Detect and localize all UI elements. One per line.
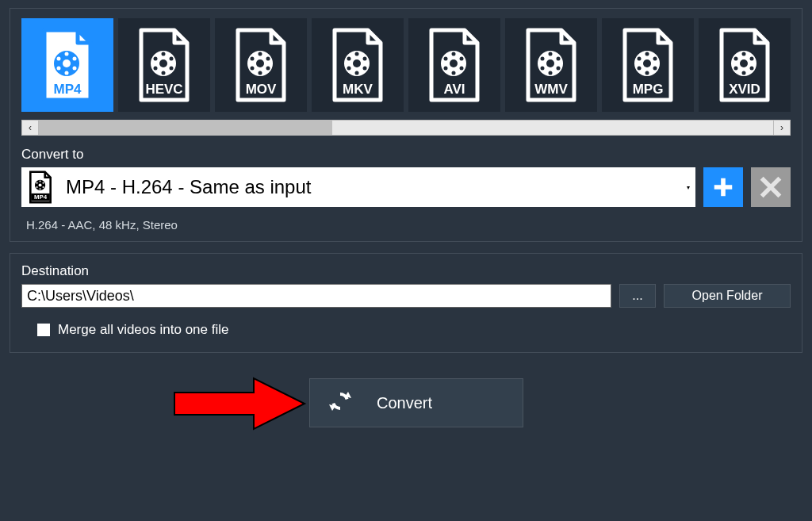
svg-point-38 — [452, 52, 456, 56]
format-tile-mov[interactable]: MOV — [215, 18, 307, 112]
svg-point-25 — [251, 57, 255, 61]
formats-row: MP4 HEVC MOV MKV AVI WMV — [21, 18, 791, 112]
add-preset-button[interactable] — [703, 167, 743, 207]
svg-point-55 — [643, 59, 651, 67]
svg-point-11 — [162, 52, 166, 56]
browse-button[interactable]: ... — [619, 284, 656, 308]
svg-point-10 — [159, 59, 167, 67]
svg-point-19 — [256, 59, 264, 67]
svg-point-12 — [170, 57, 174, 61]
svg-point-42 — [444, 67, 448, 71]
scroll-left-button[interactable]: ‹ — [21, 120, 39, 136]
svg-point-67 — [750, 67, 754, 71]
svg-point-23 — [259, 71, 262, 75]
destination-label: Destination — [21, 263, 791, 279]
svg-point-7 — [57, 57, 61, 61]
svg-point-78 — [36, 186, 38, 188]
svg-point-51 — [541, 67, 545, 71]
svg-text:MPG: MPG — [633, 82, 664, 97]
svg-point-3 — [73, 57, 77, 61]
svg-point-46 — [546, 59, 554, 67]
format-tile-avi[interactable]: AVI — [408, 18, 500, 112]
svg-point-50 — [549, 71, 553, 75]
svg-point-20 — [259, 52, 262, 56]
format-tile-xvid[interactable]: XVID — [699, 18, 791, 112]
convert-to-select[interactable]: MP4 MP4 - H.264 - Same as input ▾ — [21, 167, 695, 207]
delete-preset-button[interactable] — [751, 167, 791, 207]
svg-point-68 — [742, 71, 746, 75]
merge-checkbox[interactable] — [37, 324, 50, 336]
destination-input[interactable] — [21, 284, 611, 308]
svg-text:MP4: MP4 — [54, 82, 82, 97]
svg-point-79 — [36, 182, 38, 184]
scroll-right-button[interactable]: › — [773, 120, 791, 136]
svg-text:MOV: MOV — [246, 82, 277, 97]
svg-point-5 — [65, 71, 69, 75]
svg-point-28 — [353, 59, 361, 67]
svg-point-74 — [40, 181, 41, 182]
convert-button-label: Convert — [377, 394, 432, 412]
svg-point-16 — [154, 57, 158, 61]
chevron-down-icon: ▾ — [681, 184, 695, 191]
merge-row: Merge all videos into one file — [21, 322, 791, 338]
svg-point-6 — [57, 67, 61, 71]
svg-point-40 — [460, 67, 464, 71]
format-tile-mkv[interactable]: MKV — [312, 18, 404, 112]
svg-point-69 — [734, 67, 738, 71]
svg-point-77 — [40, 188, 41, 190]
svg-point-29 — [355, 52, 359, 56]
svg-point-60 — [638, 67, 642, 71]
svg-point-65 — [742, 52, 746, 56]
svg-point-32 — [355, 71, 359, 75]
svg-point-49 — [557, 67, 561, 71]
svg-point-59 — [645, 71, 649, 75]
svg-text:MKV: MKV — [343, 82, 373, 97]
open-folder-button[interactable]: Open Folder — [664, 284, 791, 308]
svg-point-43 — [444, 57, 448, 61]
svg-point-24 — [251, 67, 255, 71]
codec-info: H.264 - AAC, 48 kHz, Stereo — [21, 218, 791, 232]
merge-label: Merge all videos into one file — [58, 322, 228, 338]
convert-button[interactable]: Convert — [309, 378, 523, 427]
svg-point-34 — [347, 57, 351, 61]
svg-text:AVI: AVI — [443, 82, 465, 97]
svg-point-30 — [363, 57, 367, 61]
svg-text:XVID: XVID — [729, 82, 760, 97]
svg-point-37 — [450, 59, 458, 67]
format-tile-mp4[interactable]: MP4 — [21, 18, 113, 112]
svg-point-64 — [740, 59, 748, 67]
svg-point-70 — [734, 57, 738, 61]
format-tile-mpg[interactable]: MPG — [602, 18, 694, 112]
svg-point-41 — [452, 71, 456, 75]
format-tile-wmv[interactable]: WMV — [505, 18, 597, 112]
convert-to-label: Convert to — [21, 147, 791, 163]
svg-point-31 — [363, 67, 367, 71]
svg-point-57 — [653, 57, 657, 61]
scroll-track[interactable] — [39, 120, 773, 136]
svg-point-33 — [347, 67, 351, 71]
svg-point-4 — [73, 67, 77, 71]
svg-point-47 — [549, 52, 553, 56]
refresh-icon — [327, 389, 353, 418]
svg-point-22 — [266, 67, 270, 71]
svg-point-52 — [541, 57, 545, 61]
svg-point-76 — [42, 186, 44, 188]
destination-row: ... Open Folder — [21, 284, 791, 308]
svg-point-1 — [63, 59, 71, 67]
formats-scrollbar[interactable]: ‹ › — [21, 120, 791, 136]
svg-point-56 — [645, 52, 649, 56]
convert-to-selected-text: MP4 - H.264 - Same as input — [59, 176, 681, 198]
convert-to-format-icon: MP4 — [21, 170, 59, 204]
destination-panel: Destination ... Open Folder Merge all vi… — [10, 253, 802, 353]
svg-text:WMV: WMV — [534, 82, 568, 97]
svg-point-66 — [750, 57, 754, 61]
svg-point-75 — [42, 182, 44, 184]
svg-point-2 — [65, 52, 69, 56]
scroll-thumb[interactable] — [39, 121, 332, 135]
svg-text:HEVC: HEVC — [145, 82, 182, 97]
svg-point-73 — [39, 183, 42, 186]
convert-to-row: MP4 MP4 - H.264 - Same as input ▾ — [21, 167, 791, 207]
svg-point-48 — [557, 57, 561, 61]
format-tile-hevc[interactable]: HEVC — [118, 18, 210, 112]
format-panel: MP4 HEVC MOV MKV AVI WMV — [10, 8, 802, 242]
